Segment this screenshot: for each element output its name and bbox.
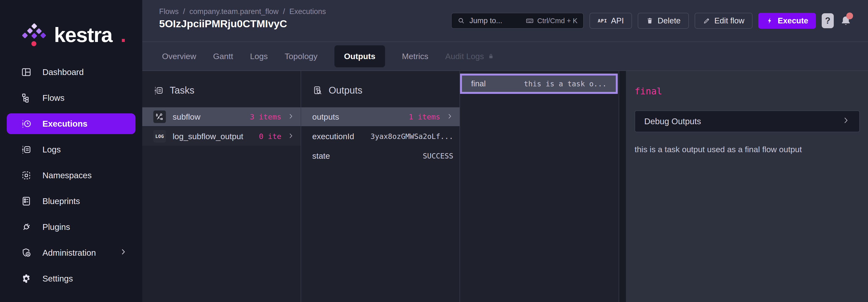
breadcrumb-executions[interactable]: Executions (289, 7, 326, 16)
sidebar-item-logs[interactable]: Logs (7, 139, 135, 160)
outputs-content: Tasks subflow 3 items (142, 71, 868, 302)
topbar: Flows / company.team.parent_flow / Execu… (142, 0, 868, 41)
debug-outputs-button[interactable]: Debug Outputs (634, 111, 860, 132)
tab-gantt[interactable]: Gantt (213, 52, 233, 61)
execute-button[interactable]: Execute (758, 13, 816, 29)
help-button[interactable]: ? (822, 13, 834, 28)
breadcrumb-separator: / (183, 7, 185, 16)
tab-metrics[interactable]: Metrics (402, 52, 429, 61)
output-row-value: 3yax8ozGMWSa2oLf... (371, 132, 453, 141)
keyboard-icon (526, 17, 534, 25)
output-row-final-selected[interactable]: final this is a task o... (460, 73, 618, 94)
plugins-icon (21, 221, 32, 233)
tab-audit-logs-label: Audit Logs (445, 52, 484, 61)
sidebar-item-settings[interactable]: Settings (7, 268, 135, 289)
output-row-value: SUCCESS (423, 152, 453, 160)
breadcrumb-flows[interactable]: Flows (159, 7, 179, 16)
breadcrumb-separator: / (283, 7, 285, 16)
delete-button-label: Delete (657, 16, 680, 25)
outputs-icon (312, 85, 323, 96)
administration-icon (21, 247, 32, 258)
kestra-logo[interactable]: kestra. (22, 23, 142, 46)
chevron-right-icon (841, 116, 850, 127)
tasks-panel-header: Tasks (142, 71, 301, 96)
output-row-outputs[interactable]: outputs 1 items (301, 107, 460, 126)
api-button[interactable]: API API (590, 13, 632, 29)
execute-button-label: Execute (778, 16, 808, 25)
task-row-count: 3 items (250, 112, 281, 121)
page-title: 5OIzJpciiPMRju0CTMIvyC (159, 18, 287, 30)
outputs-rows: outputs 1 items executionId 3yax8ozGMWSa… (301, 107, 460, 165)
brand-dot: . (120, 23, 126, 47)
namespaces-icon (21, 170, 32, 181)
final-row-label: final (471, 79, 486, 88)
final-row-preview: this is a task o... (524, 80, 607, 88)
gear-icon (21, 273, 32, 284)
task-row-log-subflow-output[interactable]: LOG log_subflow_output 0 ite (142, 127, 301, 146)
sidebar: kestra. Dashboard Flows (0, 0, 142, 302)
tab-overview[interactable]: Overview (162, 52, 196, 61)
notifications-button[interactable] (840, 14, 852, 28)
sidebar-item-label: Settings (42, 274, 73, 283)
detail-description: this is a task output used as a final fl… (634, 145, 860, 154)
search-icon (457, 17, 465, 25)
chevron-right-icon (287, 113, 294, 121)
delete-button[interactable]: Delete (638, 13, 689, 29)
breadcrumb-namespace[interactable]: company.team.parent_flow (189, 7, 279, 16)
tab-bar: Overview Gantt Logs Topology Outputs Met… (142, 41, 868, 71)
sidebar-item-plugins[interactable]: Plugins (7, 217, 135, 237)
sidebar-item-label: Blueprints (42, 197, 80, 206)
output-row-label: executionId (312, 132, 354, 141)
detail-panel: final Debug Outputs this is a task outpu… (626, 71, 868, 302)
kestra-app: kestra. Dashboard Flows (0, 0, 868, 302)
sidebar-item-dashboard[interactable]: Dashboard (7, 62, 135, 83)
tasks-panel: Tasks subflow 3 items (142, 71, 301, 302)
tab-topology[interactable]: Topology (285, 52, 317, 61)
task-row-label: subflow (173, 112, 200, 122)
executions-icon (21, 118, 32, 129)
debug-outputs-label: Debug Outputs (644, 117, 701, 126)
tab-logs[interactable]: Logs (250, 52, 268, 61)
tab-outputs[interactable]: Outputs (334, 46, 385, 67)
output-row-executionid: executionId 3yax8ozGMWSa2oLf... (301, 127, 460, 146)
trash-icon (646, 17, 654, 25)
sidebar-item-executions[interactable]: Executions (7, 113, 135, 134)
sidebar-item-label: Flows (42, 93, 64, 103)
edit-flow-button[interactable]: Edit flow (695, 13, 753, 29)
task-row-label: log_subflow_output (173, 132, 243, 141)
sidebar-item-label: Dashboard (42, 67, 84, 77)
chevron-right-icon (287, 132, 294, 141)
output-values-panel: final this is a task o... (460, 71, 619, 302)
sidebar-item-administration[interactable]: Administration (7, 242, 135, 263)
output-row-state: state SUCCESS (301, 146, 460, 165)
flows-icon (21, 92, 32, 103)
shortcut-text: Ctrl/Cmd + K (537, 17, 578, 25)
sidebar-item-blueprints[interactable]: Blueprints (7, 191, 135, 212)
subflow-icon (153, 111, 166, 123)
sidebar-item-label: Administration (42, 248, 96, 258)
outputs-panel-title: Outputs (329, 85, 362, 96)
task-row-subflow[interactable]: subflow 3 items (142, 107, 301, 126)
task-row-count: 0 ite (259, 132, 281, 141)
sidebar-item-label: Namespaces (42, 171, 92, 180)
sidebar-item-namespaces[interactable]: Namespaces (7, 165, 135, 186)
detail-key: final (634, 86, 860, 96)
panel-gutter (619, 71, 626, 302)
dashboard-icon (21, 67, 32, 78)
chevron-right-icon (446, 113, 453, 121)
chevron-right-icon (119, 248, 127, 258)
output-row-label: outputs (312, 112, 339, 122)
jump-to-search[interactable]: Jump to... Ctrl/Cmd + (451, 13, 584, 29)
sidebar-item-flows[interactable]: Flows (7, 88, 135, 108)
help-icon: ? (825, 16, 830, 26)
topbar-actions: Jump to... Ctrl/Cmd + (451, 12, 852, 29)
log-task-icon: LOG (153, 130, 166, 143)
tab-audit-logs[interactable]: Audit Logs (445, 52, 495, 61)
outputs-panel: Outputs outputs 1 items executionId 3yax… (301, 71, 460, 302)
brand-name: kestra (54, 23, 112, 47)
sidebar-item-label: Logs (42, 145, 61, 154)
kestra-logo-mark (22, 22, 47, 47)
api-icon: API (598, 18, 607, 24)
jump-to-placeholder: Jump to... (469, 17, 502, 25)
tasks-rows: subflow 3 items LOG log_subflow_output 0… (142, 107, 301, 146)
